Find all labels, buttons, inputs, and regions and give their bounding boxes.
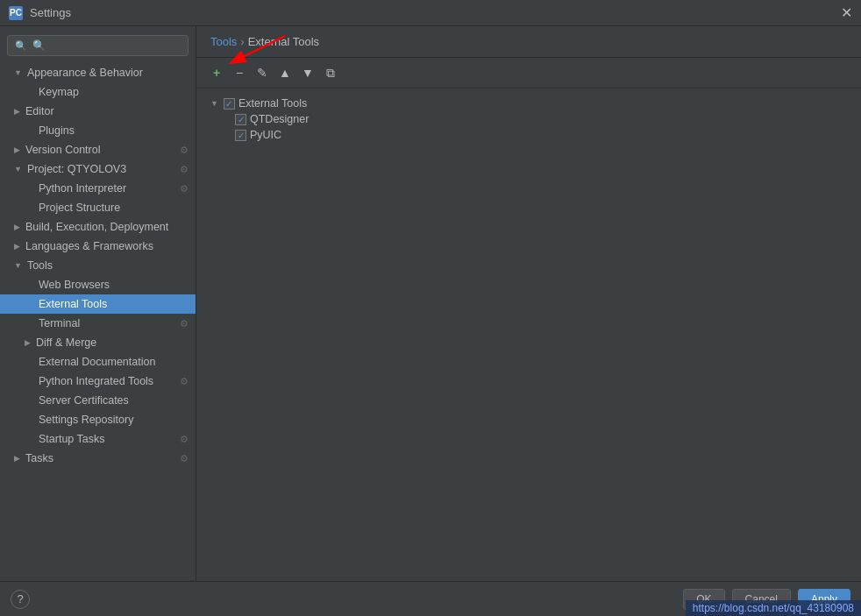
tree-items: External ToolsQTDesignerPyUIC [207,96,850,143]
chevron-project [14,165,22,173]
sidebar-item-startup-tasks[interactable]: Startup Tasks⚙ [0,429,196,449]
tree-item-external-tools-group[interactable]: External Tools [207,96,850,111]
url-bar: https://blog.csdn.net/qq_43180908 [686,600,861,616]
toolbar: + − ✎ ▲ ▼ ⧉ [196,58,861,89]
sidebar-label-tools: Tools [27,259,53,272]
sidebar-label-editor: Editor [25,105,54,117]
chevron-tasks [14,454,20,463]
sidebar-label-project-structure: Project Structure [39,202,120,214]
chevron-diff-merge [25,338,31,347]
copy-button[interactable]: ⧉ [321,63,340,82]
sidebar-item-external-tools[interactable]: External Tools [0,294,196,314]
sidebar-label-build-execution: Build, Execution, Deployment [25,221,168,233]
sidebar-label-keymap: Keymap [39,86,79,98]
titlebar: PC Settings ✕ [0,0,861,26]
checkbox-qtdesigner[interactable] [235,114,246,125]
down-button[interactable]: ▼ [298,63,317,82]
sidebar-label-server-certificates: Server Certificates [39,394,129,407]
checkbox-pyuic[interactable] [235,130,246,141]
chevron-editor [14,107,20,116]
tree-label-pyuic: PyUIC [250,129,281,141]
chevron-appearance [14,68,22,77]
sidebar-label-settings-repository: Settings Repository [39,414,133,426]
search-box[interactable]: 🔍 [7,35,189,56]
up-button[interactable]: ▲ [275,63,295,82]
gear-icon-python-interpreter: ⚙ [180,183,189,195]
sidebar-item-languages-frameworks[interactable]: Languages & Frameworks [0,237,196,256]
sidebar: 🔍 Appearance & BehaviorKeymapEditorPlugi… [0,26,196,581]
gear-icon-startup-tasks: ⚙ [180,434,189,445]
sidebar-label-plugins: Plugins [39,124,75,137]
checkbox-external-tools-group[interactable] [224,98,235,110]
tree-chevron-external-tools-group [210,99,218,108]
sidebar-item-diff-merge[interactable]: Diff & Merge [0,333,196,352]
sidebar-item-keymap[interactable]: Keymap [0,82,196,102]
breadcrumb-tools[interactable]: Tools [210,35,237,48]
sidebar-label-diff-merge: Diff & Merge [36,336,96,349]
sidebar-item-appearance[interactable]: Appearance & Behavior [0,63,196,82]
sidebar-label-external-tools: External Tools [39,298,107,310]
sidebar-label-languages-frameworks: Languages & Frameworks [25,240,153,252]
sidebar-item-version-control[interactable]: Version Control⚙ [0,140,196,159]
sidebar-item-plugins[interactable]: Plugins [0,121,196,140]
chevron-languages-frameworks [14,242,20,251]
breadcrumb-sep: › [240,35,244,48]
main-layout: 🔍 Appearance & BehaviorKeymapEditorPlugi… [0,26,861,581]
tree-item-qtdesigner[interactable]: QTDesigner [207,111,850,127]
sidebar-label-python-interpreter: Python Interpreter [39,182,126,195]
sidebar-label-appearance: Appearance & Behavior [27,67,143,79]
sidebar-item-build-execution[interactable]: Build, Execution, Deployment [0,217,196,237]
chevron-tools [14,261,22,270]
chevron-build-execution [14,223,20,231]
gear-icon-python-integrated: ⚙ [180,376,189,387]
search-icon: 🔍 [15,40,27,52]
sidebar-item-terminal[interactable]: Terminal⚙ [0,314,196,333]
breadcrumb-current: External Tools [248,35,319,48]
sidebar-item-tools[interactable]: Tools [0,256,196,275]
gear-icon-version-control: ⚙ [180,145,189,156]
tree-label-external-tools-group: External Tools [238,97,307,110]
sidebar-label-terminal: Terminal [39,317,80,329]
edit-button[interactable]: ✎ [253,63,272,82]
sidebar-item-tasks[interactable]: Tasks⚙ [0,449,196,468]
window-title: Settings [30,6,71,19]
gear-icon-tasks: ⚙ [180,453,189,464]
content-area: Tools › External Tools + − ✎ ▲ ▼ ⧉ Exter… [196,26,861,581]
tree-item-pyuic[interactable]: PyUIC [207,127,850,143]
sidebar-label-web-browsers: Web Browsers [39,279,110,291]
gear-icon-terminal: ⚙ [180,318,189,329]
chevron-version-control [14,145,20,154]
sidebar-item-external-documentation[interactable]: External Documentation [0,352,196,372]
sidebar-item-project[interactable]: Project: QTYOLOV3⚙ [0,159,196,179]
sidebar-item-python-interpreter[interactable]: Python Interpreter⚙ [0,179,196,198]
breadcrumb: Tools › External Tools [196,26,861,58]
sidebar-item-server-certificates[interactable]: Server Certificates [0,391,196,410]
sidebar-label-python-integrated: Python Integrated Tools [39,375,153,387]
remove-button[interactable]: − [230,63,249,82]
sidebar-item-python-integrated[interactable]: Python Integrated Tools⚙ [0,372,196,391]
tree-label-qtdesigner: QTDesigner [250,113,309,125]
sidebar-items: Appearance & BehaviorKeymapEditorPlugins… [0,63,196,468]
sidebar-item-project-structure[interactable]: Project Structure [0,198,196,217]
sidebar-label-startup-tasks: Startup Tasks [39,433,105,445]
search-input[interactable] [32,39,181,52]
tree-area: External ToolsQTDesignerPyUIC [196,89,861,581]
sidebar-label-external-documentation: External Documentation [39,356,155,368]
sidebar-label-version-control: Version Control [25,144,100,156]
gear-icon-project: ⚙ [180,164,189,175]
help-button[interactable]: ? [11,590,30,609]
sidebar-item-editor[interactable]: Editor [0,102,196,121]
sidebar-label-project: Project: QTYOLOV3 [27,163,126,175]
sidebar-item-web-browsers[interactable]: Web Browsers [0,275,196,294]
sidebar-label-tasks: Tasks [25,452,53,464]
sidebar-item-settings-repository[interactable]: Settings Repository [0,410,196,429]
close-button[interactable]: ✕ [841,6,852,20]
add-button[interactable]: + [207,63,226,82]
app-icon: PC [9,6,23,20]
